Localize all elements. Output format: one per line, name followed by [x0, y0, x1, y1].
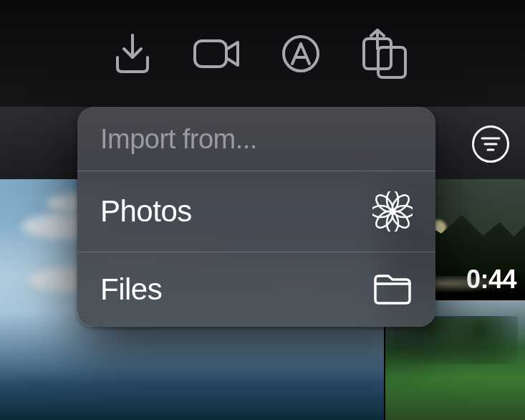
share-button[interactable] — [361, 27, 408, 80]
import-popover: Import from... Photos — [77, 107, 435, 327]
import-button[interactable] — [113, 33, 152, 75]
markup-button[interactable] — [281, 34, 321, 74]
folder-icon — [372, 273, 413, 306]
import-icon — [113, 33, 152, 75]
popover-item-label: Files — [100, 272, 162, 307]
photos-icon — [372, 191, 413, 232]
filter-icon — [481, 136, 501, 152]
filter-button[interactable] — [472, 125, 509, 163]
share-icon — [361, 27, 408, 80]
svg-point-15 — [390, 209, 395, 214]
popover-item-photos[interactable]: Photos — [77, 171, 435, 252]
svg-point-1 — [284, 37, 318, 71]
camera-button[interactable] — [192, 37, 241, 71]
popover-item-label: Photos — [100, 194, 192, 229]
markup-icon — [281, 34, 321, 74]
popover-item-files[interactable]: Files — [77, 252, 435, 327]
video-duration: 0:44 — [466, 264, 516, 295]
camera-icon — [192, 37, 241, 71]
toolbar — [0, 0, 525, 107]
popover-title: Import from... — [77, 107, 435, 171]
svg-rect-0 — [195, 41, 226, 67]
